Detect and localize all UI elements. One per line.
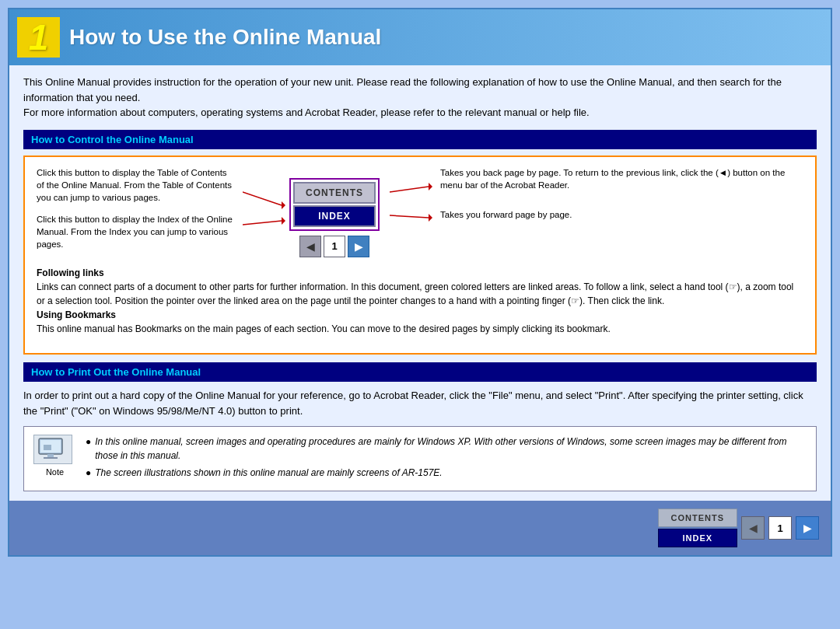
note-image xyxy=(33,435,72,464)
svg-rect-10 xyxy=(47,454,54,457)
control-box: Click this button to display the Table o… xyxy=(23,156,817,355)
bottom-index-button[interactable]: INDEX xyxy=(658,529,738,547)
monitor-icon xyxy=(37,437,68,462)
page-container: 1 How to Use the Online Manual This Onli… xyxy=(8,8,832,557)
svg-line-6 xyxy=(390,215,429,218)
prev-page-button[interactable]: ◀ xyxy=(299,236,321,257)
svg-line-4 xyxy=(390,187,429,192)
note-bullet2: ● The screen illustrations shown in this… xyxy=(86,466,807,480)
bottom-next-button[interactable]: ▶ xyxy=(796,516,819,540)
contents-button[interactable]: CONTENTS xyxy=(293,182,376,204)
back-page-description: Takes you back page by page. To return t… xyxy=(440,166,803,191)
nav-buttons-area: CONTENTS INDEX ◀ 1 ▶ xyxy=(289,166,380,257)
contents-description: Click this button to display the Table o… xyxy=(37,166,235,204)
print-text: In order to print out a hard copy of the… xyxy=(23,388,817,418)
bottom-nav-buttons: CONTENTS INDEX xyxy=(658,508,738,547)
bottom-page-number: 1 xyxy=(768,516,792,540)
svg-line-0 xyxy=(243,192,282,205)
forward-page-description: Takes you forward page by page. xyxy=(440,208,803,221)
content-area: This Online Manual provides instruction … xyxy=(9,65,831,501)
section2-header: How to Print Out the Online Manual xyxy=(23,362,817,382)
print-section: In order to print out a hard copy of the… xyxy=(23,388,817,418)
using-bookmarks-title: Using Bookmarks xyxy=(37,309,116,320)
svg-line-2 xyxy=(243,221,282,225)
note-icon-area: Note xyxy=(33,435,76,479)
bottom-navigation: CONTENTS INDEX ◀ 1 ▶ xyxy=(9,501,831,555)
connector-arrows xyxy=(243,178,289,256)
page-nav-row: ◀ 1 ▶ xyxy=(299,236,369,257)
page-title: How to Use the Online Manual xyxy=(69,25,381,50)
following-links-section: Following links Links can connect parts … xyxy=(37,266,803,336)
next-page-button[interactable]: ▶ xyxy=(348,236,369,257)
right-descriptions: Takes you back page by page. To return t… xyxy=(432,166,803,221)
note-bullet1: ● In this online manual, screen images a… xyxy=(86,435,807,463)
bottom-contents-button[interactable]: CONTENTS xyxy=(658,508,738,527)
intro-paragraph1: This Online Manual provides instruction … xyxy=(23,75,817,121)
note-content: ● In this online manual, screen images a… xyxy=(86,435,807,483)
following-links-text: Links can connect parts of a document to… xyxy=(37,280,803,308)
svg-rect-11 xyxy=(44,457,58,459)
right-connector-arrows xyxy=(386,173,432,250)
section1-header: How to Control the Online Manual xyxy=(23,130,817,149)
page-header: 1 How to Use the Online Manual xyxy=(9,9,831,65)
bottom-prev-button[interactable]: ◀ xyxy=(741,516,765,540)
using-bookmarks-text: This online manual has Bookmarks on the … xyxy=(37,322,803,336)
note-label: Note xyxy=(33,466,76,479)
left-descriptions: Click this button to display the Table o… xyxy=(37,166,243,260)
svg-rect-12 xyxy=(44,445,51,450)
page-number-display: 1 xyxy=(324,236,345,257)
chapter-number: 1 xyxy=(17,17,60,58)
following-links-title: Following links xyxy=(37,267,104,278)
index-button[interactable]: INDEX xyxy=(293,205,376,227)
note-box: Note ● In this online manual, screen ima… xyxy=(23,426,817,491)
index-description: Click this button to display the Index o… xyxy=(37,213,235,250)
svg-marker-3 xyxy=(282,217,285,225)
svg-marker-1 xyxy=(282,201,285,209)
